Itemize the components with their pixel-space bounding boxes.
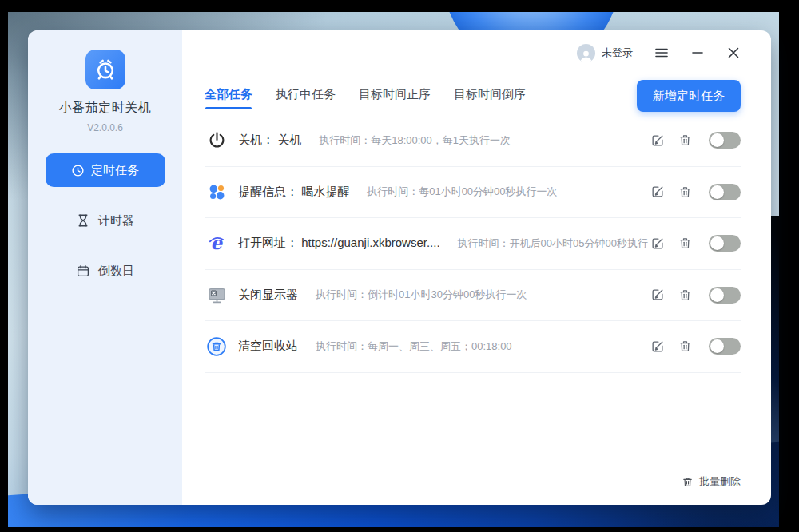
- power-icon: [207, 130, 227, 150]
- sidebar-nav: 定时任务 计时器 倒数日: [28, 153, 182, 304]
- task-enabled-toggle[interactable]: [709, 287, 741, 304]
- browser-icon: e: [206, 233, 227, 254]
- tab-target-time-asc[interactable]: 目标时间正序: [359, 82, 431, 109]
- user-icon: [578, 49, 594, 62]
- sidebar-item-label: 倒数日: [98, 264, 134, 279]
- edit-task-button[interactable]: [650, 236, 666, 252]
- delete-task-button[interactable]: [678, 339, 693, 354]
- menu-button[interactable]: [654, 46, 669, 60]
- task-schedule: 执行时间：每01小时00分钟00秒执行一次: [367, 185, 557, 199]
- edit-task-button[interactable]: [650, 339, 666, 355]
- minimize-button[interactable]: [690, 46, 705, 60]
- task-actions: [650, 235, 741, 252]
- app-name: 小番茄定时关机: [59, 100, 152, 117]
- trash-icon: [682, 476, 694, 488]
- sidebar-item-timer[interactable]: 计时器: [76, 204, 134, 237]
- task-enabled-toggle[interactable]: [709, 184, 741, 200]
- tab-all-tasks[interactable]: 全部任务: [205, 82, 252, 109]
- app-version: V2.0.0.6: [87, 122, 123, 133]
- sidebar-item-timed-tasks[interactable]: 定时任务: [46, 153, 165, 187]
- avatar[interactable]: [577, 44, 595, 62]
- hamburger-icon: [655, 48, 668, 58]
- add-task-button[interactable]: 新增定时任务: [637, 80, 741, 112]
- calendar-icon: [76, 264, 90, 278]
- close-icon: [728, 47, 739, 58]
- trash-icon: [678, 339, 693, 354]
- task-title: 关机： 关机: [238, 133, 301, 148]
- batch-delete-label: 批量删除: [699, 474, 741, 489]
- edit-icon: [650, 236, 666, 252]
- edit-icon: [650, 339, 666, 355]
- task-title: 清空回收站: [238, 339, 298, 354]
- task-title: 提醒信息： 喝水提醒: [238, 185, 349, 200]
- task-row: 关机： 关机 执行时间：每天18:00:00，每1天执行一次: [205, 115, 741, 167]
- sidebar-item-label: 定时任务: [91, 163, 139, 178]
- task-enabled-toggle[interactable]: [709, 132, 741, 149]
- edit-icon: [650, 287, 666, 303]
- task-schedule: 执行时间：每天18:00:00，每1天执行一次: [319, 133, 511, 148]
- sidebar: 小番茄定时关机 V2.0.0.6 定时任务 计时器: [28, 30, 182, 505]
- task-actions: [650, 184, 741, 200]
- recycle-bin-icon: [206, 336, 227, 357]
- task-row: 提醒信息： 喝水提醒 执行时间：每01小时00分钟00秒执行一次: [205, 167, 741, 219]
- trash-icon: [678, 185, 693, 200]
- app-logo: [85, 50, 125, 89]
- trash-icon: [678, 133, 693, 148]
- edit-task-button[interactable]: [650, 133, 666, 149]
- task-enabled-toggle[interactable]: [709, 338, 741, 355]
- toolbar: 全部任务 执行中任务 目标时间正序 目标时间倒序 新增定时任务: [205, 79, 741, 113]
- task-schedule: 执行时间：每周一、周三、周五；00:18:00: [316, 339, 512, 354]
- edit-task-button[interactable]: [650, 287, 666, 303]
- trash-icon: [678, 236, 693, 251]
- trash-icon: [678, 288, 693, 303]
- clock-icon: [71, 164, 85, 177]
- task-actions: [650, 338, 741, 355]
- sidebar-item-countdown-days[interactable]: 倒数日: [76, 254, 134, 288]
- sidebar-item-label: 计时器: [98, 213, 134, 228]
- tab-target-time-desc[interactable]: 目标时间倒序: [454, 82, 526, 109]
- minimize-icon: [692, 51, 703, 54]
- edit-icon: [650, 184, 666, 200]
- main-panel: 未登录 全部任: [182, 30, 771, 505]
- task-row: 关闭显示器 执行时间：倒计时01小时30分钟00秒执行一次: [205, 270, 741, 322]
- hourglass-icon: [76, 213, 90, 228]
- task-title: 关闭显示器: [238, 288, 298, 303]
- close-button[interactable]: [726, 46, 741, 60]
- batch-delete-button[interactable]: 批量删除: [682, 474, 741, 489]
- app-window: 小番茄定时关机 V2.0.0.6 定时任务 计时器: [28, 30, 771, 505]
- task-row: e 打开网址： https://guanji.xkbrowser.... 执行时…: [205, 218, 741, 270]
- task-title: 打开网址： https://guanji.xkbrowser....: [238, 236, 440, 251]
- task-actions: [650, 287, 741, 304]
- task-row: 清空回收站 执行时间：每周一、周三、周五；00:18:00: [205, 321, 741, 373]
- login-status[interactable]: 未登录: [602, 46, 633, 60]
- task-actions: [650, 132, 741, 149]
- task-schedule: 执行时间：开机后00小时05分钟00秒执行: [458, 236, 648, 251]
- task-schedule: 执行时间：倒计时01小时30分钟00秒执行一次: [316, 288, 527, 302]
- alarm-clock-icon: [93, 57, 118, 82]
- edit-task-button[interactable]: [650, 184, 666, 200]
- delete-task-button[interactable]: [678, 236, 693, 251]
- reminder-icon: [207, 182, 227, 202]
- desktop: 小番茄定时关机 V2.0.0.6 定时任务 计时器: [0, 0, 799, 532]
- task-enabled-toggle[interactable]: [709, 235, 741, 252]
- edit-icon: [650, 133, 666, 149]
- delete-task-button[interactable]: [678, 133, 693, 148]
- tab-running-tasks[interactable]: 执行中任务: [276, 82, 336, 109]
- task-list: 关机： 关机 执行时间：每天18:00:00，每1天执行一次: [205, 115, 741, 373]
- delete-task-button[interactable]: [678, 185, 693, 200]
- titlebar: 未登录: [205, 42, 741, 63]
- delete-task-button[interactable]: [678, 288, 693, 303]
- task-tabs: 全部任务 执行中任务 目标时间正序 目标时间倒序: [205, 82, 526, 109]
- svg-text:e: e: [210, 233, 223, 253]
- monitor-off-icon: [207, 285, 227, 305]
